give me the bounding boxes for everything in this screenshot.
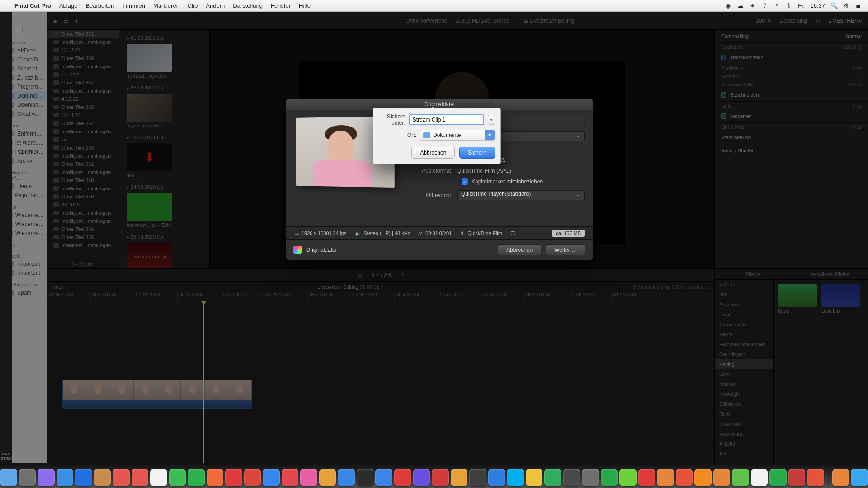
- library-item[interactable]: Intelligent…mmlungen: [47, 184, 119, 192]
- effect-category[interactable]: Stilisieren: [715, 399, 773, 409]
- dock-app[interactable]: [357, 469, 374, 486]
- dock-app[interactable]: [451, 469, 468, 486]
- dock-app[interactable]: [282, 469, 299, 486]
- dock-app[interactable]: [225, 469, 242, 486]
- menu-aendern[interactable]: Ändern: [206, 2, 225, 9]
- dock-app[interactable]: [169, 469, 186, 486]
- menu-trimmen[interactable]: Trimmen: [122, 2, 145, 9]
- effect-category[interactable]: Unschärfe: [715, 419, 773, 429]
- effect-category[interactable]: Masken: [715, 379, 773, 389]
- save-location-select[interactable]: Dokumente: [420, 130, 495, 141]
- timeline[interactable]: ▭ 47:23 ⎚ Index Livestream Editing 01:06…: [47, 268, 714, 463]
- effect-category[interactable]: VIDEO: [715, 280, 773, 290]
- effect-category[interactable]: Comic-Optik: [715, 319, 773, 329]
- save-confirm-button[interactable]: Sichern: [459, 147, 495, 159]
- save-name-input[interactable]: [409, 114, 484, 125]
- inspector-section[interactable]: Transformation: [715, 51, 868, 64]
- project-menu[interactable]: Ohne vorwerfene: [406, 18, 447, 24]
- event-thumbnail[interactable]: ENTREPRENEUR: [127, 243, 172, 268]
- dock-app[interactable]: [469, 469, 486, 486]
- library-item[interactable]: zvl: [47, 136, 119, 144]
- inspector-section[interactable]: Verzerren: [715, 110, 868, 123]
- dock-app[interactable]: [113, 469, 130, 486]
- inspector-section[interactable]: Rolling Shutter: [715, 144, 868, 157]
- dock-app[interactable]: [432, 469, 449, 486]
- library-item[interactable]: Ohne Titel 359: [47, 192, 119, 201]
- dock-app[interactable]: [769, 469, 787, 486]
- library-item[interactable]: Intelligent…mmlungen: [47, 241, 119, 249]
- dock-app[interactable]: [94, 469, 111, 486]
- effects-tab[interactable]: Effekte: [715, 269, 792, 279]
- library-item[interactable]: Intelligent…mmlungen: [47, 168, 119, 176]
- dock-app[interactable]: [832, 469, 849, 486]
- library-item[interactable]: 4.12.22: [47, 95, 119, 103]
- effect-preset[interactable]: Letterbox: [821, 284, 860, 320]
- library-item[interactable]: Ohne Titel 364: [47, 119, 119, 127]
- dock-app[interactable]: [488, 469, 505, 486]
- dock-app[interactable]: [713, 469, 731, 486]
- open-with-select[interactable]: QuickTime Player (Standard): [457, 190, 585, 200]
- dock-app[interactable]: [544, 469, 561, 486]
- dock-app[interactable]: [150, 469, 167, 486]
- tool-icon[interactable]: ▭: [357, 272, 363, 278]
- menu-fenster[interactable]: Fenster: [271, 2, 291, 9]
- effect-category[interactable]: Basis: [715, 310, 773, 319]
- photos-icon[interactable]: ☷: [64, 18, 69, 24]
- effect-category[interactable]: Alle: [715, 449, 773, 459]
- library-item[interactable]: Intelligent…mmlungen: [47, 87, 119, 95]
- export-cancel-button[interactable]: Abbrechen: [498, 244, 541, 255]
- effect-category[interactable]: Farbvoreinstellungen: [715, 339, 773, 349]
- timeline-tracks[interactable]: LIVESTREAM: [47, 303, 714, 463]
- effect-category[interactable]: Verzerrung: [715, 429, 773, 439]
- library-item[interactable]: Ohne Titel 355: [47, 233, 119, 241]
- dock-app[interactable]: [694, 469, 712, 486]
- library-item[interactable]: Ohne Titel 363: [47, 144, 119, 152]
- library-item[interactable]: 16.11.22: [47, 111, 119, 119]
- dock-app[interactable]: [188, 469, 205, 486]
- library-item[interactable]: Intelligent…mmlungen: [47, 217, 119, 225]
- status-icon[interactable]: ✴︎: [749, 2, 756, 9]
- dock-app[interactable]: [807, 469, 824, 486]
- effect-category[interactable]: AUDIO: [715, 439, 773, 449]
- dock-app[interactable]: [132, 469, 149, 486]
- dock-app[interactable]: [413, 469, 430, 486]
- status-icon[interactable]: ☁︎: [737, 2, 744, 9]
- dock-app[interactable]: [601, 469, 618, 486]
- wifi-icon[interactable]: ⌔: [774, 2, 780, 9]
- dock-app[interactable]: [507, 469, 524, 486]
- index-button[interactable]: Index: [52, 284, 64, 290]
- menu-darstellung[interactable]: Darstellung: [233, 2, 263, 9]
- effect-category[interactable]: Keying: [715, 359, 773, 369]
- dock-app[interactable]: [619, 469, 637, 486]
- dock-app[interactable]: [582, 469, 599, 486]
- library-sidebar[interactable]: Ohne Titel 371Intelligent…mmlungen18.12.…: [47, 30, 119, 268]
- event-thumbnail[interactable]: [127, 143, 172, 171]
- app-menu[interactable]: Final Cut Pro: [14, 2, 51, 9]
- library-icon[interactable]: ▣: [52, 18, 57, 24]
- event-thumbnail[interactable]: [127, 44, 172, 72]
- effect-preset[interactable]: Keyer: [778, 284, 817, 320]
- chapters-checkbox[interactable]: ✓: [462, 178, 468, 185]
- tool-icon[interactable]: ⎚: [401, 272, 404, 278]
- zoom-level[interactable]: 100 %: [756, 18, 771, 24]
- dock-app[interactable]: [394, 469, 411, 486]
- library-item[interactable]: Ohne Titel 361: [47, 160, 119, 168]
- library-item[interactable]: Ohne Titel 371: [47, 30, 119, 38]
- installed-effects-tab[interactable]: Installierte Effekte: [792, 269, 868, 279]
- effect-category[interactable]: Tiled: [715, 409, 773, 419]
- menu-clip[interactable]: Clip: [188, 2, 198, 9]
- library-item[interactable]: Intelligent…mmlungen: [47, 152, 119, 160]
- dock-app[interactable]: [657, 469, 674, 486]
- dock-app[interactable]: [732, 469, 749, 486]
- dock-app[interactable]: [263, 469, 280, 486]
- dock-app[interactable]: [338, 469, 355, 486]
- notifications-icon[interactable]: ≣: [855, 2, 862, 9]
- status-icon[interactable]: ◉: [725, 2, 731, 9]
- bluetooth-icon[interactable]: ᛒ: [786, 2, 793, 9]
- inspector-section[interactable]: Beschneiden: [715, 89, 868, 102]
- control-center-icon[interactable]: ⚙: [843, 2, 849, 9]
- library-item[interactable]: Intelligent…mmlungen: [47, 209, 119, 217]
- inspector-section[interactable]: CompositingNormal: [715, 30, 868, 43]
- dock-app[interactable]: [751, 469, 768, 486]
- menu-hilfe[interactable]: Hilfe: [299, 2, 311, 9]
